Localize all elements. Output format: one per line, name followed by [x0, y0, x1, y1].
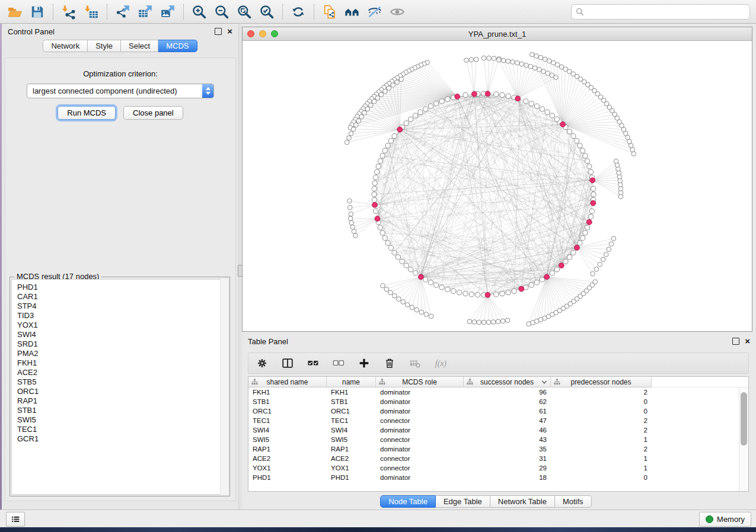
- table-cell[interactable]: 31: [464, 454, 551, 463]
- column-header-predecessor-nodes[interactable]: predecessor nodes: [551, 377, 652, 387]
- settings-gear-button[interactable]: [254, 355, 270, 371]
- tab-style[interactable]: Style: [88, 40, 121, 52]
- table-cell[interactable]: connector: [376, 454, 464, 463]
- first-neighbors-button[interactable]: [341, 2, 363, 21]
- table-cell[interactable]: dominator: [376, 406, 464, 416]
- tab-mcds[interactable]: MCDS: [158, 40, 197, 52]
- search-input[interactable]: [587, 7, 745, 17]
- mcds-result-item[interactable]: TID3: [17, 311, 228, 321]
- column-header-mcds-role[interactable]: MCDS role: [376, 377, 464, 387]
- network-view[interactable]: [243, 40, 752, 331]
- mcds-result-item[interactable]: TEC1: [17, 425, 228, 434]
- table-cell[interactable]: ORC1: [248, 406, 327, 416]
- table-cell[interactable]: dominator: [376, 387, 464, 397]
- table-cell[interactable]: SWI4: [327, 425, 376, 435]
- table-cell[interactable]: SWI5: [248, 435, 327, 444]
- table-cell[interactable]: 0: [551, 473, 652, 482]
- table-cell[interactable]: FKH1: [248, 387, 327, 397]
- zoom-in-button[interactable]: [188, 2, 210, 21]
- hide-selected-button[interactable]: [363, 2, 386, 21]
- network-node[interactable]: [591, 200, 596, 206]
- network-canvas[interactable]: [243, 40, 752, 331]
- tab-select[interactable]: Select: [121, 40, 158, 52]
- table-cell[interactable]: 29: [464, 463, 551, 473]
- table-close-icon[interactable]: ×: [745, 338, 750, 344]
- table-scrollbar[interactable]: [739, 387, 748, 491]
- table-cell[interactable]: 18: [464, 473, 551, 482]
- mcds-result-item[interactable]: SWI5: [17, 415, 228, 425]
- table-float-button[interactable]: [732, 338, 739, 345]
- clone-network-button[interactable]: [318, 2, 341, 21]
- close-icon[interactable]: ×: [227, 28, 232, 34]
- table-cell[interactable]: 0: [551, 397, 652, 406]
- network-node[interactable]: [544, 274, 550, 280]
- table-cell[interactable]: 43: [464, 435, 551, 444]
- import-table-button[interactable]: [80, 2, 103, 21]
- table-tab-edge-table[interactable]: Edge Table: [436, 495, 490, 508]
- table-row[interactable]: YOX1YOX1connector291: [248, 463, 748, 473]
- network-node[interactable]: [455, 94, 460, 100]
- network-node[interactable]: [519, 286, 524, 291]
- split-view-button[interactable]: [280, 355, 295, 371]
- table-cell[interactable]: YOX1: [327, 463, 376, 473]
- network-node[interactable]: [375, 216, 380, 222]
- mcds-result-item[interactable]: SRD1: [17, 339, 228, 349]
- mcds-result-item[interactable]: CAR1: [17, 292, 228, 302]
- network-node[interactable]: [397, 127, 403, 132]
- table-cell[interactable]: TEC1: [327, 416, 376, 425]
- network-node[interactable]: [590, 178, 595, 183]
- network-node[interactable]: [372, 202, 378, 207]
- table-cell[interactable]: 0: [551, 406, 652, 416]
- table-cell[interactable]: connector: [376, 435, 464, 444]
- network-node[interactable]: [485, 293, 490, 298]
- mcds-result-item[interactable]: SWI4: [17, 330, 228, 339]
- table-cell[interactable]: ACE2: [248, 454, 327, 463]
- table-cell[interactable]: 2: [551, 444, 652, 454]
- result-scrollbar-track[interactable]: [220, 279, 228, 495]
- table-cell[interactable]: ORC1: [327, 406, 376, 416]
- import-network-button[interactable]: [58, 2, 80, 21]
- select-all-checkbox-button[interactable]: [305, 355, 321, 371]
- table-row[interactable]: FKH1FKH1dominator962: [248, 387, 748, 397]
- table-cell[interactable]: PHD1: [248, 473, 327, 482]
- column-header-name[interactable]: name: [327, 377, 376, 387]
- table-tab-node-table[interactable]: Node Table: [380, 495, 436, 508]
- table-cell[interactable]: PHD1: [327, 473, 376, 482]
- table-cell[interactable]: FKH1: [327, 387, 376, 397]
- network-node[interactable]: [586, 220, 592, 225]
- table-cell[interactable]: dominator: [376, 473, 464, 482]
- table-cell[interactable]: 2: [551, 416, 652, 425]
- table-cell[interactable]: connector: [376, 416, 464, 425]
- table-cell[interactable]: 62: [464, 397, 551, 406]
- network-node[interactable]: [559, 263, 564, 268]
- float-button[interactable]: [215, 28, 222, 35]
- table-row[interactable]: SWI5SWI5connector431: [248, 435, 748, 444]
- table-row[interactable]: TEC1TEC1connector472: [248, 416, 748, 425]
- delete-column-button[interactable]: [382, 355, 397, 371]
- column-header-successor-nodes[interactable]: successor nodes: [464, 377, 551, 387]
- status-list-button[interactable]: [6, 512, 25, 527]
- search-box[interactable]: [571, 4, 750, 20]
- table-cell[interactable]: 1: [551, 454, 652, 463]
- export-network-button[interactable]: [111, 2, 134, 21]
- export-table-button[interactable]: [134, 2, 157, 21]
- mcds-result-item[interactable]: RAP1: [17, 396, 228, 406]
- mcds-result-item[interactable]: PHD1: [17, 283, 228, 292]
- mcds-result-item[interactable]: STB1: [17, 406, 228, 415]
- zoom-selected-button[interactable]: [256, 2, 278, 21]
- table-row[interactable]: SWI4SWI4dominator462: [248, 425, 748, 435]
- table-cell[interactable]: 2: [551, 425, 652, 435]
- zoom-out-button[interactable]: [210, 2, 233, 21]
- table-row[interactable]: PHD1PHD1dominator180: [248, 473, 748, 482]
- network-node[interactable]: [485, 91, 490, 97]
- mcds-result-item[interactable]: PMA2: [17, 349, 228, 358]
- table-row[interactable]: STB1STB1dominator620: [248, 397, 748, 406]
- table-row[interactable]: ACE2ACE2connector311: [248, 454, 748, 463]
- mcds-result-item[interactable]: STP4: [17, 302, 228, 311]
- network-node[interactable]: [575, 245, 580, 251]
- mcds-result-item[interactable]: ORC1: [17, 387, 228, 396]
- table-cell[interactable]: TEC1: [248, 416, 327, 425]
- refresh-network-button[interactable]: [287, 2, 310, 21]
- save-session-button[interactable]: [26, 2, 49, 21]
- table-tab-network-table[interactable]: Network Table: [490, 495, 555, 508]
